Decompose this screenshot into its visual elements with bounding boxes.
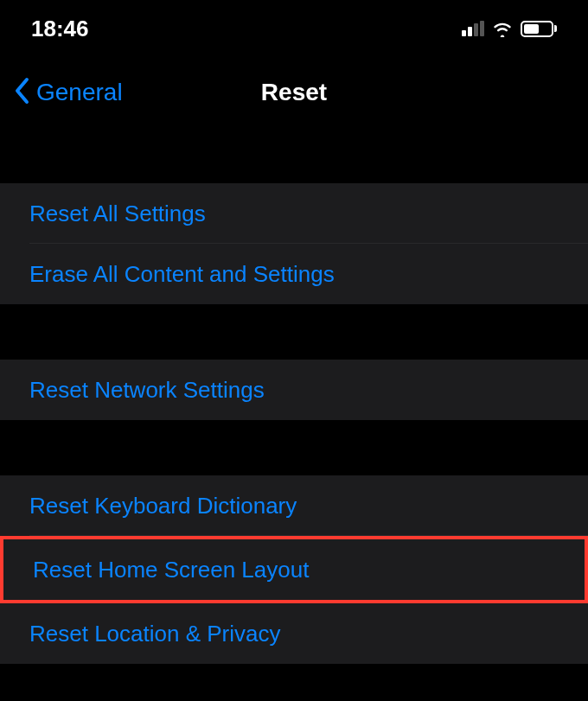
list-group: Reset All Settings Erase All Content and… [0,183,588,304]
reset-network-settings[interactable]: Reset Network Settings [0,360,588,420]
list-item-label: Reset All Settings [29,201,206,227]
reset-all-settings[interactable]: Reset All Settings [0,183,588,244]
status-icons [462,20,557,37]
wifi-icon [491,20,514,37]
back-label: General [36,79,123,106]
status-time: 18:46 [31,16,89,42]
list-group: Reset Keyboard Dictionary Reset Home Scr… [0,475,588,664]
list-item-label: Erase All Content and Settings [29,261,335,288]
section-gap [0,304,588,360]
reset-location-and-privacy[interactable]: Reset Location & Privacy [0,603,588,664]
section-gap [0,420,588,475]
list-item-label: Reset Network Settings [29,377,265,404]
cellular-signal-icon [462,21,484,36]
battery-icon [521,21,557,37]
erase-all-content-and-settings[interactable]: Erase All Content and Settings [0,244,588,304]
chevron-left-icon [14,75,31,110]
reset-home-screen-layout[interactable]: Reset Home Screen Layout [3,539,585,600]
section-gap [0,128,588,183]
list-item-label: Reset Keyboard Dictionary [29,493,297,519]
highlight-annotation: Reset Home Screen Layout [0,536,588,603]
status-bar: 18:46 [0,0,588,57]
back-button[interactable]: General [14,75,123,110]
navigation-bar: General Reset [0,57,588,128]
list-group: Reset Network Settings [0,360,588,420]
reset-keyboard-dictionary[interactable]: Reset Keyboard Dictionary [0,475,588,536]
page-title: Reset [261,79,327,106]
list-item-label: Reset Home Screen Layout [33,557,309,583]
list-item-label: Reset Location & Privacy [29,621,280,647]
